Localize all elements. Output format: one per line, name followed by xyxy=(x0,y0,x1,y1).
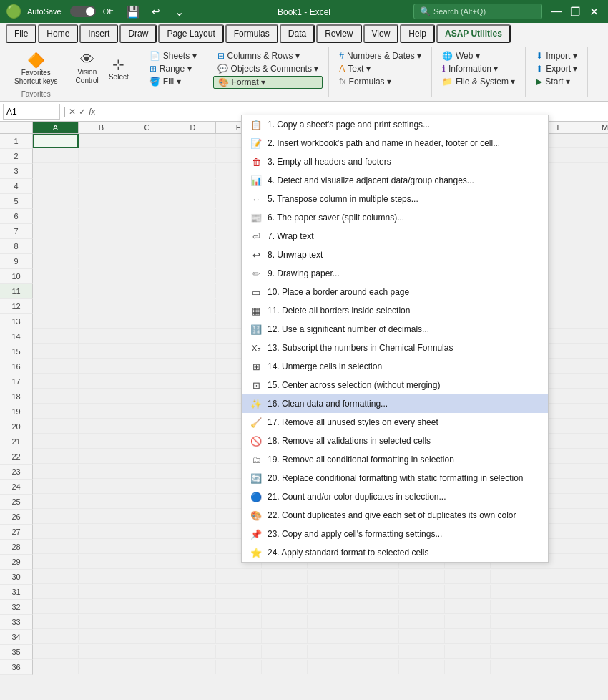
cell[interactable] xyxy=(124,419,170,434)
dropdown-item-24[interactable]: ⭐24. Apply standard format to selected c… xyxy=(242,543,548,562)
cell[interactable] xyxy=(124,224,170,238)
cell[interactable] xyxy=(79,314,124,329)
cell[interactable] xyxy=(216,645,262,659)
cell[interactable] xyxy=(79,449,124,464)
cell[interactable] xyxy=(79,374,124,389)
cell[interactable] xyxy=(170,600,216,614)
cell[interactable] xyxy=(170,434,216,449)
dropdown-item-9[interactable]: ✏9. Drawing paper... xyxy=(242,264,548,283)
cell[interactable] xyxy=(216,585,262,599)
menu-data[interactable]: Data xyxy=(280,24,315,43)
cell[interactable] xyxy=(582,660,608,674)
close-button[interactable]: ✕ xyxy=(585,3,602,20)
cell[interactable] xyxy=(33,525,79,539)
cell[interactable] xyxy=(79,224,124,238)
cell[interactable] xyxy=(33,269,79,283)
cell[interactable] xyxy=(582,540,608,554)
cell[interactable] xyxy=(124,164,170,178)
cell[interactable] xyxy=(536,570,582,584)
cell[interactable] xyxy=(399,645,445,659)
cell[interactable] xyxy=(79,555,124,569)
cell[interactable] xyxy=(33,645,79,659)
cell[interactable] xyxy=(216,630,262,644)
cell[interactable] xyxy=(582,555,608,569)
insert-function-icon[interactable]: fx xyxy=(89,107,95,117)
web-btn[interactable]: 🌐 Web ▾ xyxy=(438,50,519,62)
cell[interactable] xyxy=(79,570,124,584)
dropdown-item-20[interactable]: 🔄20. Replace conditional formatting with… xyxy=(242,469,548,487)
cell[interactable] xyxy=(170,495,216,509)
restore-button[interactable]: ❐ xyxy=(567,3,584,20)
cell[interactable] xyxy=(445,660,491,674)
dropdown-item-13[interactable]: X₂13. Subscript the numbers in Chemical … xyxy=(242,339,548,357)
cell[interactable] xyxy=(536,660,582,674)
cell[interactable] xyxy=(33,179,79,193)
cell[interactable] xyxy=(33,570,79,584)
cell[interactable] xyxy=(582,299,608,313)
cell[interactable] xyxy=(79,194,124,208)
search-box[interactable]: 🔍 Search (Alt+Q) xyxy=(413,4,542,19)
dropdown-item-3[interactable]: 🗑3. Empty all headers and footers xyxy=(242,152,548,171)
undo-button[interactable]: ↩ xyxy=(147,3,165,20)
cell[interactable] xyxy=(582,630,608,644)
cell[interactable] xyxy=(170,209,216,223)
confirm-formula-icon[interactable]: ✓ xyxy=(79,107,86,117)
cell[interactable] xyxy=(170,465,216,479)
cell[interactable] xyxy=(170,344,216,359)
cell[interactable] xyxy=(353,660,399,674)
dropdown-item-5[interactable]: ↔5. Transpose column in multiple steps..… xyxy=(242,190,548,208)
cell[interactable] xyxy=(33,465,79,479)
cell[interactable] xyxy=(491,615,536,629)
cell[interactable] xyxy=(33,510,79,524)
cell[interactable] xyxy=(536,615,582,629)
cell[interactable] xyxy=(79,600,124,614)
cell[interactable] xyxy=(170,239,216,253)
cell[interactable] xyxy=(582,449,608,464)
cell[interactable] xyxy=(33,540,79,554)
cell[interactable] xyxy=(262,600,308,614)
cell[interactable] xyxy=(124,510,170,524)
menu-help[interactable]: Help xyxy=(400,24,435,43)
dropdown-item-15[interactable]: ⊡15. Center across selection (without me… xyxy=(242,376,548,394)
dropdown-item-8[interactable]: ↩8. Unwrap text xyxy=(242,246,548,264)
cell[interactable] xyxy=(124,239,170,253)
cell[interactable] xyxy=(308,585,353,599)
cell[interactable] xyxy=(33,149,79,163)
cell[interactable] xyxy=(170,269,216,283)
cell[interactable] xyxy=(33,254,79,268)
cell[interactable] xyxy=(33,344,79,359)
cell[interactable] xyxy=(33,224,79,238)
numbers-dates-btn[interactable]: # Numbers & Dates ▾ xyxy=(335,50,426,62)
menu-home[interactable]: Home xyxy=(38,24,78,43)
cell[interactable] xyxy=(582,194,608,208)
cell[interactable] xyxy=(353,600,399,614)
menu-formulas[interactable]: Formulas xyxy=(225,24,278,43)
cell[interactable] xyxy=(582,329,608,344)
dropdown-item-11[interactable]: ▦11. Delete all borders inside selection xyxy=(242,301,548,320)
cell[interactable] xyxy=(582,239,608,253)
cell[interactable] xyxy=(33,630,79,644)
cell[interactable] xyxy=(170,224,216,238)
cell[interactable] xyxy=(170,389,216,404)
cell[interactable] xyxy=(353,630,399,644)
cell[interactable] xyxy=(170,404,216,419)
cell[interactable] xyxy=(124,495,170,509)
cell[interactable] xyxy=(124,465,170,479)
cell[interactable] xyxy=(582,224,608,238)
cell[interactable] xyxy=(353,570,399,584)
cell[interactable] xyxy=(170,630,216,644)
dropdown-item-6[interactable]: 📰6. The paper saver (split columns)... xyxy=(242,208,548,227)
cell[interactable] xyxy=(445,645,491,659)
cell[interactable] xyxy=(216,600,262,614)
cell[interactable] xyxy=(33,600,79,614)
cell[interactable] xyxy=(33,404,79,419)
cell[interactable] xyxy=(33,164,79,178)
dropdown-item-22[interactable]: 🎨22. Count duplicates and give each set … xyxy=(242,506,548,525)
cell[interactable] xyxy=(353,585,399,599)
columns-rows-btn[interactable]: ⊟ Columns & Rows ▾ xyxy=(213,50,323,62)
cell[interactable] xyxy=(79,359,124,374)
cell[interactable] xyxy=(79,434,124,449)
cell[interactable] xyxy=(33,615,79,629)
cell[interactable] xyxy=(536,645,582,659)
cell[interactable] xyxy=(33,555,79,569)
